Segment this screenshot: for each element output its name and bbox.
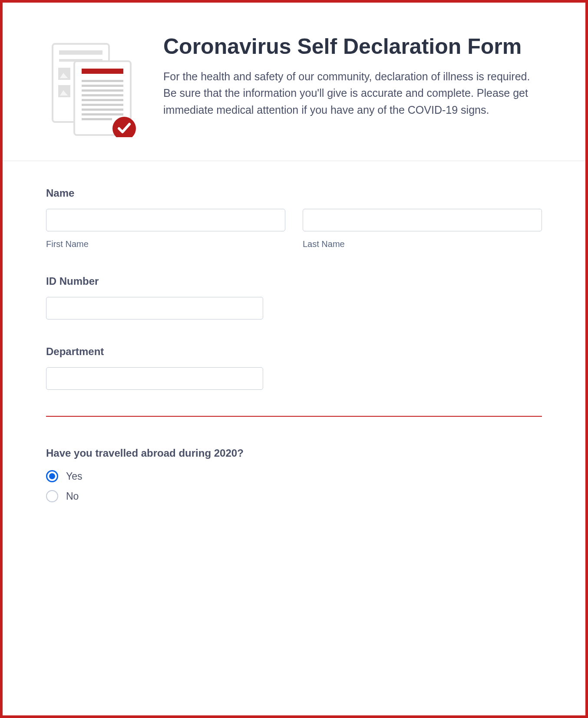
name-field-group: Name First Name Last Name <box>46 187 542 249</box>
id-number-input[interactable] <box>46 297 263 319</box>
department-input[interactable] <box>46 367 263 390</box>
svg-rect-17 <box>82 118 112 120</box>
svg-rect-1 <box>59 50 102 55</box>
radio-no-circle[interactable] <box>46 490 58 502</box>
radio-yes-label: Yes <box>66 471 83 482</box>
svg-rect-12 <box>82 94 123 96</box>
radio-option-yes[interactable]: Yes <box>46 470 542 482</box>
radio-yes-circle[interactable] <box>46 470 58 482</box>
svg-rect-15 <box>82 109 123 111</box>
svg-rect-10 <box>82 85 123 87</box>
svg-rect-8 <box>82 69 123 74</box>
first-name-col: First Name <box>46 209 285 249</box>
last-name-input[interactable] <box>303 209 542 231</box>
svg-rect-11 <box>82 89 123 92</box>
svg-rect-14 <box>82 104 123 106</box>
travel-question-label: Have you travelled abroad during 2020? <box>46 447 542 459</box>
document-icon <box>50 33 137 139</box>
name-label: Name <box>46 187 542 199</box>
radio-no-label: No <box>66 491 79 502</box>
department-label: Department <box>46 346 542 358</box>
svg-rect-16 <box>82 113 123 115</box>
last-name-sublabel: Last Name <box>303 239 542 249</box>
name-row: First Name Last Name <box>46 209 542 249</box>
form-page: Coronavirus Self Declaration Form For th… <box>0 0 588 718</box>
form-header: Coronavirus Self Declaration Form For th… <box>3 3 585 161</box>
last-name-col: Last Name <box>303 209 542 249</box>
first-name-sublabel: First Name <box>46 239 285 249</box>
header-text: Coronavirus Self Declaration Form For th… <box>163 33 555 139</box>
department-field-group: Department <box>46 346 542 390</box>
radio-option-no[interactable]: No <box>46 490 542 502</box>
section-divider <box>46 416 542 417</box>
form-body: Name First Name Last Name ID Number Depa… <box>3 161 585 546</box>
svg-rect-9 <box>82 80 123 82</box>
id-number-label: ID Number <box>46 275 542 287</box>
form-description: For the health and safety of our communi… <box>163 68 538 119</box>
first-name-input[interactable] <box>46 209 285 231</box>
travel-question-group: Have you travelled abroad during 2020? Y… <box>46 447 542 502</box>
form-title: Coronavirus Self Declaration Form <box>163 33 538 60</box>
svg-rect-13 <box>82 99 123 101</box>
id-number-field-group: ID Number <box>46 275 542 319</box>
